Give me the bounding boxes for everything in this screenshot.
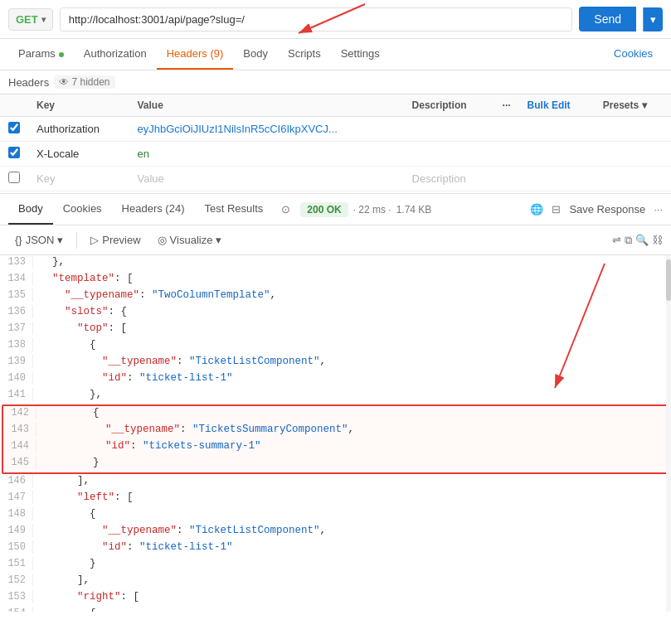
cookies-link[interactable]: Cookies [604, 39, 663, 70]
image-icon[interactable]: ⊟ [552, 203, 561, 215]
line-content: ], [33, 474, 671, 487]
hidden-badge: 👁 7 hidden [54, 75, 114, 89]
save-response-button[interactable]: Save Response [569, 203, 645, 215]
line-content: } [36, 456, 668, 469]
copy-icon[interactable]: ⧉ [625, 234, 632, 247]
row1-checkbox-cell [0, 117, 28, 142]
line-content: "id": "ticket-list-1" [33, 371, 671, 385]
send-button[interactable]: Send [579, 7, 636, 31]
th-key: Key [28, 94, 129, 117]
row1-checkbox[interactable] [8, 122, 20, 133]
line-number: 136 [0, 305, 33, 318]
search-icon[interactable]: 🔍 [635, 234, 649, 246]
code-line-151: 151 } [0, 557, 671, 574]
line-content: } [33, 557, 671, 570]
th-presets[interactable]: Presets ▾ [595, 94, 671, 117]
line-number: 150 [0, 540, 33, 554]
wrap-icon[interactable]: ⇌ [612, 234, 621, 246]
line-content: "__typename": "TicketListComponent", [33, 524, 671, 537]
th-dots: ··· [494, 94, 519, 117]
tab-response-body[interactable]: Body [8, 194, 53, 225]
send-dropdown-button[interactable]: ▾ [643, 7, 663, 31]
row2-empty2 [595, 142, 671, 167]
line-number: 138 [0, 338, 33, 351]
line-number: 137 [0, 322, 33, 335]
line-number: 154 [0, 607, 33, 612]
row2-key: X-Locale [28, 142, 129, 167]
headers-table-container: Key Value Description ··· Bulk Edit Pres… [0, 94, 671, 191]
code-line-143: 143 "__typename": "TicketsSummaryCompone… [3, 423, 668, 439]
more-options-icon[interactable]: ··· [654, 203, 663, 215]
scrollbar-thumb[interactable] [666, 259, 671, 301]
code-line-141: 141 }, [0, 388, 671, 404]
app-container: GET ▾ Send ▾ Params Authorization Header… [0, 0, 671, 612]
response-time: · 22 ms · [353, 204, 391, 215]
highlighted-block: 142 { 143 "__typename": "TicketsSummaryC… [2, 404, 669, 474]
headers-table: Key Value Description ··· Bulk Edit Pres… [0, 94, 671, 191]
code-line-138: 138 { [0, 338, 671, 355]
tab-headers[interactable]: Headers (9) [157, 39, 234, 70]
th-value: Value [129, 94, 404, 117]
method-selector[interactable]: GET ▾ [8, 8, 53, 31]
headers-bar: Headers 👁 7 hidden [0, 70, 671, 94]
link-icon[interactable]: ⛓ [652, 234, 663, 246]
line-content: { [33, 338, 671, 351]
params-dot [59, 52, 64, 57]
row3-desc-placeholder: Description [404, 167, 494, 191]
headers-label: Headers [8, 76, 49, 89]
history-icon[interactable]: ⊙ [281, 203, 290, 215]
line-content: "__typename": "TwoColumnTemplate", [33, 288, 671, 302]
tab-authorization[interactable]: Authorization [74, 39, 157, 70]
table-row: Key Value Description [0, 167, 671, 191]
scrollbar-track [666, 255, 671, 612]
tab-test-results[interactable]: Test Results [194, 194, 273, 225]
row3-empty1 [519, 167, 595, 191]
th-checkbox [0, 94, 28, 117]
line-number: 135 [0, 288, 33, 302]
table-header-row: Key Value Description ··· Bulk Edit Pres… [0, 94, 671, 117]
row3-empty2 [595, 167, 671, 191]
line-number: 143 [3, 423, 36, 436]
row2-description [404, 142, 494, 167]
table-row: X-Locale en [0, 142, 671, 167]
request-tabs: Params Authorization Headers (9) Body Sc… [0, 39, 671, 70]
url-input[interactable] [61, 8, 572, 31]
visualize-button[interactable]: ◎ Visualize ▾ [151, 230, 229, 249]
line-content: "template": [ [33, 272, 671, 285]
code-line-153: 153 "right": [ [0, 590, 671, 607]
row3-checkbox[interactable] [8, 172, 20, 183]
tab-response-cookies[interactable]: Cookies [53, 194, 112, 225]
th-bulk-edit[interactable]: Bulk Edit [519, 94, 595, 117]
line-number: 145 [3, 456, 36, 469]
line-number: 140 [0, 371, 33, 385]
preview-button[interactable]: ▷ Preview [84, 230, 147, 249]
visualize-chevron: ▾ [216, 234, 221, 246]
format-selector[interactable]: {} JSON ▾ [8, 230, 70, 249]
code-line-137: 137 "top": [ [0, 322, 671, 338]
code-line-152: 152 ], [0, 574, 671, 590]
row2-checkbox[interactable] [8, 147, 20, 158]
response-tabs: Body Cookies Headers (24) Test Results ⊙… [0, 193, 671, 225]
code-line-147: 147 "left": [ [0, 491, 671, 507]
format-chevron: ▾ [57, 234, 63, 246]
response-code-area[interactable]: 133 }, 134 "template": [ 135 "__typename… [0, 255, 671, 612]
tab-settings[interactable]: Settings [331, 39, 390, 70]
request-bar: GET ▾ Send ▾ [0, 0, 671, 39]
tab-body[interactable]: Body [233, 39, 278, 70]
line-content: }, [33, 255, 671, 269]
tab-scripts[interactable]: Scripts [278, 39, 331, 70]
visualize-label: Visualize [170, 234, 213, 246]
toolbar-right-actions: ⇌ ⧉ 🔍 ⛓ [612, 234, 663, 247]
code-line-144: 144 "id": "tickets-summary-1" [3, 439, 668, 456]
row1-key: Authorization [28, 117, 129, 142]
line-number: 151 [0, 557, 33, 570]
globe-icon[interactable]: 🌐 [530, 203, 543, 215]
line-content: { [33, 607, 671, 612]
row1-description [404, 117, 494, 142]
tab-params[interactable]: Params [8, 39, 74, 70]
line-content: "__typename": "TicketListComponent", [33, 355, 671, 368]
tab-response-headers[interactable]: Headers (24) [112, 194, 195, 225]
preview-label: Preview [102, 234, 140, 246]
line-content: "id": "ticket-list-1" [33, 540, 671, 554]
line-content: "__typename": "TicketsSummaryComponent", [36, 423, 668, 436]
